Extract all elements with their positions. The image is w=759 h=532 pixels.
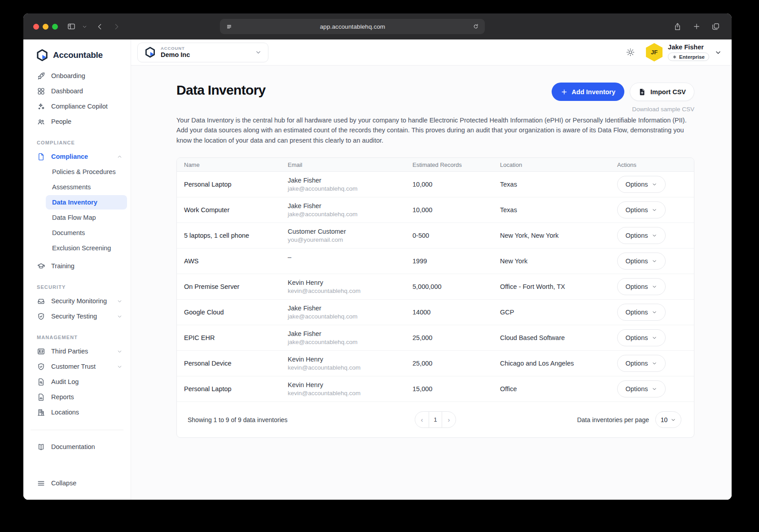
options-label: Options: [626, 360, 648, 367]
contact-email: kevin@accountablehq.com: [288, 390, 412, 397]
options-button[interactable]: Options: [617, 304, 666, 321]
options-button[interactable]: Options: [617, 355, 666, 372]
cell-location: Office: [500, 385, 617, 392]
account-logo-icon: [144, 46, 156, 58]
per-page-select[interactable]: 10: [655, 411, 681, 428]
plan-label: Enterprise: [679, 54, 705, 60]
account-selector[interactable]: ACCOUNT Demo Inc: [137, 43, 268, 62]
contact-email: jake@accountablehq.com: [288, 339, 412, 346]
user-name: Jake Fisher: [668, 44, 709, 51]
options-button[interactable]: Options: [617, 176, 666, 193]
column-header-estimated-records: Estimated Records: [412, 161, 500, 168]
sidebar-item-label: Training: [51, 262, 75, 270]
chevron-down-icon: [652, 335, 657, 340]
desktop-background: app.accountablehq.com: [0, 0, 759, 532]
sidebar-item-security-monitoring[interactable]: Security Monitoring: [23, 293, 131, 309]
url-bar[interactable]: app.accountablehq.com: [220, 19, 485, 34]
options-button[interactable]: Options: [617, 227, 666, 244]
cell-estimated-records: 14000: [412, 309, 500, 316]
sidebar-item-customer-trust[interactable]: Customer Trust: [23, 359, 131, 374]
sidebar-item-compliance-copilot[interactable]: Compliance Copilot: [23, 99, 131, 114]
app-logo-text: Accountable: [53, 50, 103, 60]
options-button[interactable]: Options: [617, 329, 666, 346]
sidebar-item-label: Audit Log: [51, 378, 79, 385]
tab-group-chevron-icon[interactable]: [82, 24, 87, 29]
sidebar-item-exclusion-screening[interactable]: Exclusion Screening: [23, 240, 131, 256]
sidebar-item-training[interactable]: Training: [23, 258, 131, 274]
column-header-name: Name: [184, 161, 288, 168]
hamburger-icon: [37, 479, 45, 488]
sidebar-item-reports[interactable]: Reports: [23, 389, 131, 405]
table-row: Personal Device Kevin Henry kevin@accoun…: [177, 351, 694, 376]
cell-name: Work Computer: [184, 206, 288, 214]
sidebar-item-people[interactable]: People: [23, 114, 131, 129]
previous-page-button[interactable]: ‹: [415, 412, 429, 427]
cell-estimated-records: 10,000: [412, 181, 500, 188]
options-label: Options: [626, 283, 648, 290]
add-inventory-button[interactable]: Add Inventory: [552, 83, 624, 101]
chevron-down-icon: [652, 182, 657, 187]
zoom-window-button[interactable]: [52, 24, 58, 30]
options-button[interactable]: Options: [617, 201, 666, 218]
cell-location: Office - Fort Worth, TX: [500, 283, 617, 290]
sub-item-label: Documents: [52, 229, 85, 236]
sidebar-item-security-testing[interactable]: Security Testing: [23, 309, 131, 324]
sidebar-item-locations[interactable]: Locations: [23, 405, 131, 420]
chevron-down-icon: [117, 298, 123, 304]
tab-overview-icon[interactable]: [711, 22, 720, 31]
options-button[interactable]: Options: [617, 278, 666, 295]
download-sample-csv-link[interactable]: Download sample CSV: [552, 106, 694, 113]
sidebar-item-compliance[interactable]: Compliance: [23, 149, 131, 164]
theme-toggle-icon[interactable]: [626, 48, 635, 57]
contact-email: you@youremail.com: [288, 236, 412, 244]
sparkles-icon: [37, 102, 45, 111]
next-page-button[interactable]: ›: [442, 412, 456, 427]
import-csv-button[interactable]: Import CSV: [630, 83, 694, 101]
sidebar-item-assessments[interactable]: Assessments: [23, 179, 131, 195]
options-button[interactable]: Options: [617, 380, 666, 397]
profile-menu[interactable]: JF Jake Fisher Enterprise: [646, 43, 722, 61]
chevron-down-icon: [652, 233, 657, 238]
options-label: Options: [626, 257, 648, 265]
contact-name: Jake Fisher: [288, 177, 412, 184]
sidebar-item-label: Locations: [51, 409, 79, 416]
sidebar-item-data-flow-map[interactable]: Data Flow Map: [23, 210, 131, 225]
reader-icon[interactable]: [225, 23, 233, 31]
share-icon[interactable]: [673, 22, 682, 31]
sidebar-item-label: Security Monitoring: [51, 297, 107, 305]
cell-actions: Options: [617, 201, 687, 218]
close-window-button[interactable]: [33, 24, 39, 30]
import-csv-label: Import CSV: [650, 88, 686, 96]
plan-badge: Enterprise: [668, 52, 709, 61]
forward-icon[interactable]: [113, 23, 120, 31]
options-label: Options: [626, 232, 648, 239]
chevron-down-icon: [117, 314, 123, 319]
minimize-window-button[interactable]: [43, 24, 48, 30]
sidebar-item-audit-log[interactable]: Audit Log: [23, 374, 131, 389]
table-row: EPIC EHR Jake Fisher jake@accountablehq.…: [177, 325, 694, 351]
sidebar-collapse-button[interactable]: Collapse: [23, 475, 131, 491]
url-text: app.accountablehq.com: [233, 23, 472, 30]
browser-window: app.accountablehq.com: [23, 13, 732, 500]
sidebar-item-data-inventory[interactable]: Data Inventory: [46, 195, 127, 209]
cell-location: New York, New York: [500, 232, 617, 239]
sidebar-item-third-parties[interactable]: Third Parties: [23, 344, 131, 359]
sidebar-item-policies-procedures[interactable]: Policies & Procedures: [23, 164, 131, 179]
contact-name: Kevin Henry: [288, 279, 412, 286]
sidebar-toggle-icon[interactable]: [67, 22, 76, 31]
cell-name: Google Cloud: [184, 309, 288, 316]
sidebar-item-documents[interactable]: Documents: [23, 225, 131, 240]
sidebar-item-dashboard[interactable]: Dashboard: [23, 83, 131, 99]
sidebar-item-documentation[interactable]: Documentation: [23, 439, 131, 454]
options-button[interactable]: Options: [617, 253, 666, 270]
options-label: Options: [626, 334, 648, 341]
table-row: 5 laptops, 1 cell phone Customer Custome…: [177, 223, 694, 249]
app-logo[interactable]: Accountable: [23, 39, 131, 68]
sub-item-label: Data Inventory: [52, 199, 97, 206]
cell-estimated-records: 15,000: [412, 385, 500, 392]
new-tab-icon[interactable]: [693, 22, 701, 31]
chrome-right-buttons: [673, 22, 720, 31]
sidebar-item-onboarding[interactable]: Onboarding: [23, 68, 131, 83]
reload-icon[interactable]: [472, 23, 479, 30]
back-icon[interactable]: [96, 23, 104, 31]
